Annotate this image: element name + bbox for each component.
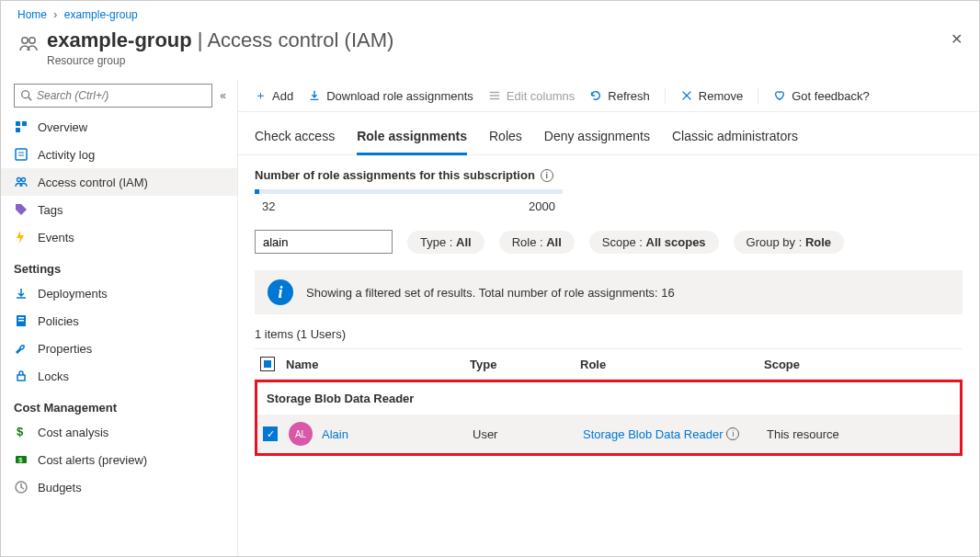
- search-icon: [20, 89, 33, 102]
- download-button[interactable]: Download role assignments: [308, 89, 473, 103]
- info-icon: i: [268, 279, 293, 305]
- tab-check-access[interactable]: Check access: [255, 123, 335, 155]
- table-header: Name Type Role Scope: [255, 348, 963, 380]
- filter-role[interactable]: Role : All: [499, 231, 575, 254]
- events-icon: [14, 230, 28, 244]
- tab-roles[interactable]: Roles: [489, 123, 522, 155]
- sidebar-item-label: Locks: [38, 369, 69, 383]
- sidebar-item-label: Tags: [38, 203, 63, 217]
- svg-line-3: [28, 97, 32, 101]
- assignments-counter-label: Number of role assignments for this subs…: [255, 168, 963, 182]
- table-row[interactable]: AL Alain User Storage Blob Data Reader i…: [257, 415, 960, 453]
- col-type[interactable]: Type: [470, 358, 580, 371]
- svg-rect-13: [18, 317, 24, 319]
- collapse-sidebar-icon[interactable]: «: [220, 89, 226, 102]
- svg-rect-14: [18, 320, 24, 322]
- nav-cost: $Cost analysis $Cost alerts (preview) Bu…: [1, 418, 237, 501]
- assignments-table: Name Type Role Scope Storage Blob Data R…: [255, 348, 963, 456]
- sidebar-item-budgets[interactable]: Budgets: [1, 473, 237, 501]
- tabs: Check access Role assignments Roles Deny…: [238, 112, 979, 155]
- assignments-range: 322000: [255, 194, 563, 213]
- page-subtitle: Resource group: [47, 54, 393, 67]
- budget-icon: [14, 480, 28, 494]
- main: ＋Add Download role assignments Edit colu…: [238, 80, 979, 557]
- columns-icon: [488, 89, 501, 102]
- sidebar-item-label: Cost alerts (preview): [38, 453, 147, 467]
- filter-groupby[interactable]: Group by : Role: [734, 231, 844, 254]
- people-icon: [14, 175, 28, 189]
- lock-icon: [14, 369, 28, 383]
- svg-rect-5: [22, 121, 27, 126]
- sidebar-item-label: Events: [38, 231, 74, 244]
- row-role-link[interactable]: Storage Blob Data Reader i: [583, 427, 767, 441]
- filter-search-input[interactable]: [255, 230, 393, 254]
- breadcrumb-current[interactable]: example-group: [64, 8, 138, 21]
- sidebar-item-overview[interactable]: Overview: [1, 113, 237, 141]
- highlighted-group: Storage Blob Data Reader AL Alain User S…: [255, 380, 963, 456]
- info-icon[interactable]: i: [726, 427, 739, 440]
- refresh-icon: [589, 89, 602, 102]
- remove-icon: [680, 89, 693, 102]
- svg-text:$: $: [17, 425, 24, 438]
- svg-point-11: [22, 178, 26, 182]
- alert-icon: $: [14, 452, 28, 467]
- refresh-button[interactable]: Refresh: [589, 89, 650, 103]
- heart-icon: [773, 89, 786, 102]
- sidebar: « Overview Activity log Access control (…: [1, 80, 238, 557]
- sidebar-item-deployments[interactable]: Deployments: [1, 279, 237, 307]
- results-summary: 1 items (1 Users): [255, 327, 963, 341]
- sidebar-search[interactable]: [14, 84, 212, 108]
- filter-type[interactable]: Type : All: [407, 231, 484, 254]
- sidebar-item-label: Policies: [38, 314, 79, 328]
- sidebar-item-label: Cost analysis: [38, 426, 108, 439]
- info-bar: i Showing a filtered set of results. Tot…: [255, 270, 963, 314]
- breadcrumb-home[interactable]: Home: [17, 8, 47, 21]
- svg-text:$: $: [18, 456, 23, 464]
- edit-columns-button: Edit columns: [488, 89, 575, 103]
- svg-rect-7: [16, 149, 27, 160]
- sidebar-item-activity[interactable]: Activity log: [1, 141, 237, 168]
- sidebar-item-cost-alerts[interactable]: $Cost alerts (preview): [1, 446, 237, 473]
- tab-deny[interactable]: Deny assignments: [544, 123, 650, 155]
- nav-top: Overview Activity log Access control (IA…: [1, 113, 237, 251]
- tab-classic[interactable]: Classic administrators: [672, 123, 798, 155]
- sidebar-item-label: Access control (IAM): [38, 176, 148, 189]
- sidebar-item-label: Overview: [38, 120, 87, 134]
- svg-rect-15: [17, 375, 25, 381]
- content: Number of role assignments for this subs…: [238, 155, 979, 469]
- remove-button[interactable]: Remove: [680, 89, 743, 103]
- tab-role-assignments[interactable]: Role assignments: [357, 123, 467, 155]
- row-checkbox[interactable]: [263, 426, 278, 441]
- svg-rect-4: [16, 121, 20, 126]
- svg-point-2: [22, 91, 29, 98]
- feedback-button[interactable]: Got feedback?: [773, 89, 870, 103]
- sidebar-item-properties[interactable]: Properties: [1, 335, 237, 362]
- info-icon[interactable]: i: [541, 169, 553, 182]
- sidebar-item-iam[interactable]: Access control (IAM): [1, 168, 237, 196]
- nav-settings: Deployments Policies Properties Locks: [1, 279, 237, 390]
- wrench-icon: [14, 341, 28, 356]
- sidebar-item-cost-analysis[interactable]: $Cost analysis: [1, 418, 237, 446]
- dollar-icon: $: [14, 425, 28, 439]
- svg-point-10: [17, 178, 21, 182]
- col-name[interactable]: Name: [286, 358, 470, 371]
- page-header: example-group | Access control (IAM) Res…: [1, 25, 979, 80]
- user-link[interactable]: Alain: [322, 427, 348, 441]
- sidebar-item-tags[interactable]: Tags: [1, 196, 237, 223]
- sidebar-item-label: Budgets: [38, 481, 82, 494]
- toolbar-separator: [665, 87, 666, 104]
- filter-scope[interactable]: Scope : All scopes: [589, 231, 719, 254]
- sidebar-search-input[interactable]: [37, 89, 206, 102]
- sidebar-item-policies[interactable]: Policies: [1, 307, 237, 335]
- close-icon[interactable]: ✕: [951, 30, 963, 48]
- page-title: example-group | Access control (IAM): [47, 28, 393, 51]
- sidebar-item-events[interactable]: Events: [1, 223, 237, 251]
- col-scope[interactable]: Scope: [764, 358, 957, 371]
- add-button[interactable]: ＋Add: [255, 87, 293, 104]
- filter-row: Type : All Role : All Scope : All scopes…: [255, 230, 963, 254]
- row-type: User: [473, 427, 583, 441]
- sidebar-item-locks[interactable]: Locks: [1, 362, 237, 390]
- col-role[interactable]: Role: [580, 358, 764, 371]
- group-header: Storage Blob Data Reader: [257, 382, 960, 415]
- select-all-checkbox[interactable]: [260, 357, 275, 371]
